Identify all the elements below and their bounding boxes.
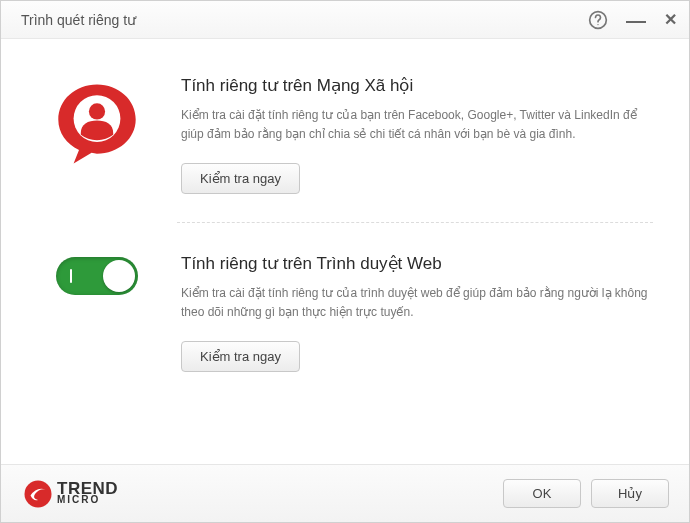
help-icon[interactable]	[588, 10, 608, 30]
social-privacy-heading: Tính riêng tư trên Mạng Xã hội	[181, 75, 653, 96]
cancel-button[interactable]: Hủy	[591, 479, 669, 508]
close-icon[interactable]: ✕	[664, 12, 677, 28]
window: Trình quét riêng tư ― ✕	[0, 0, 690, 523]
titlebar: Trình quét riêng tư ― ✕	[1, 1, 689, 39]
toggle-on-indicator-icon	[70, 269, 72, 283]
browser-privacy-body: Tính riêng tư trên Trình duyệt Web Kiểm …	[181, 253, 653, 372]
browser-privacy-description: Kiểm tra cài đặt tính riêng tư của trình…	[181, 284, 653, 321]
trend-micro-logo: TREND MICRO	[23, 479, 118, 509]
check-social-button[interactable]: Kiểm tra ngay	[181, 163, 300, 194]
browser-privacy-toggle[interactable]	[56, 257, 138, 295]
window-title: Trình quét riêng tư	[21, 12, 588, 28]
content-area: Tính riêng tư trên Mạng Xã hội Kiểm tra …	[1, 39, 689, 464]
svg-point-1	[597, 23, 598, 24]
privacy-bubble-icon	[52, 79, 142, 169]
browser-toggle-wrap	[37, 253, 157, 372]
social-privacy-description: Kiểm tra cài đặt tính riêng tư của bạn t…	[181, 106, 653, 143]
toggle-knob	[103, 260, 135, 292]
ok-button[interactable]: OK	[503, 479, 581, 508]
social-privacy-section: Tính riêng tư trên Mạng Xã hội Kiểm tra …	[37, 67, 653, 222]
svg-point-4	[25, 480, 52, 507]
browser-privacy-section: Tính riêng tư trên Trình duyệt Web Kiểm …	[37, 245, 653, 400]
social-privacy-body: Tính riêng tư trên Mạng Xã hội Kiểm tra …	[181, 75, 653, 194]
logo-text: TREND MICRO	[57, 482, 118, 505]
minimize-icon[interactable]: ―	[626, 10, 646, 30]
browser-privacy-heading: Tính riêng tư trên Trình duyệt Web	[181, 253, 653, 274]
social-icon-wrap	[37, 75, 157, 194]
svg-point-3	[89, 103, 105, 119]
section-divider	[177, 222, 653, 223]
check-browser-button[interactable]: Kiểm tra ngay	[181, 341, 300, 372]
trend-micro-logo-icon	[23, 479, 53, 509]
footer: TREND MICRO OK Hủy	[1, 464, 689, 522]
window-controls: ― ✕	[588, 10, 677, 30]
logo-brand-bottom: MICRO	[57, 496, 118, 505]
